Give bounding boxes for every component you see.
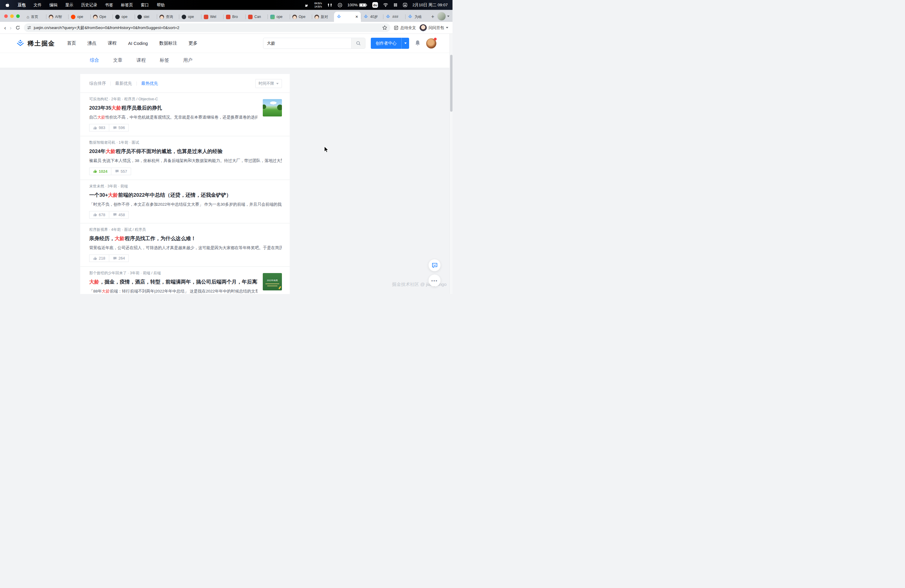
like-button[interactable]: 678 (89, 211, 109, 219)
result-title[interactable]: 亲身经历，大龄程序员找工作，为什么这么难！ (89, 235, 282, 242)
search-input[interactable] (264, 38, 351, 49)
browser-tab[interactable]: 新对 ✕ (312, 12, 334, 22)
app-grid-icon[interactable] (393, 3, 398, 7)
browser-tab[interactable]: 为啥 ✕ (405, 12, 427, 22)
reload-button[interactable] (15, 25, 21, 30)
browser-tab[interactable]: Can ✕ (245, 12, 268, 22)
nav-item-4[interactable]: AI Coding (128, 41, 148, 46)
search-button[interactable] (351, 38, 365, 49)
search-result-item[interactable]: 那个曾经的少年回来了 · 3年前 · 前端 / 后端 大龄，掘金，疫情，酒店，转… (80, 267, 290, 294)
sort-option[interactable]: 综合排序 (89, 81, 106, 86)
comment-button[interactable]: 596 (109, 124, 129, 132)
nav-item-3[interactable]: 课程 (108, 40, 117, 46)
browser-tab[interactable]: ope ✕ (68, 12, 90, 22)
menubar-item[interactable]: 历史记录 (81, 2, 97, 8)
time-filter-dropdown[interactable]: 时间不限 (255, 79, 282, 88)
tune-icon[interactable] (27, 25, 32, 30)
nav-item-6[interactable]: 更多 (189, 40, 197, 46)
browser-tab[interactable]: Ope ✕ (290, 12, 312, 22)
category-tab[interactable]: 课程 (137, 57, 146, 64)
notifications-bell-icon[interactable] (414, 40, 421, 47)
menubar-item[interactable]: 书签 (105, 2, 113, 8)
browser-tab[interactable]: 查询 ✕ (157, 12, 179, 22)
browser-tab[interactable]: ✕ (334, 12, 361, 22)
zoom-window-button[interactable] (16, 14, 20, 18)
result-title[interactable]: 2024年大龄程序员不得不面对的尴尬，也算是过来人的经验 (89, 148, 282, 155)
url-text[interactable]: juejin.cn/search?query=大龄&fromSeo=0&from… (34, 25, 380, 30)
play-status-icon[interactable] (338, 3, 342, 8)
browser-profile[interactable] (437, 12, 449, 21)
chevron-down-icon[interactable] (446, 27, 448, 29)
creator-dropdown[interactable] (401, 38, 409, 49)
comment-button[interactable]: 264 (109, 254, 129, 262)
browser-tab[interactable]: ope ✕ (268, 12, 290, 22)
search-result-item[interactable]: 数据智能老司机 · 1年前 · 面试 2024年大龄程序员不得不面对的尴尬，也算… (80, 136, 290, 180)
battery-status[interactable]: 100% (348, 3, 367, 7)
menubar-app-name[interactable]: 豆包 (17, 2, 26, 8)
search-result-item[interactable]: 可乐泡枸杞 · 2年前 · 程序员 / Objective-C 2023年35大… (80, 92, 290, 136)
browser-tab[interactable]: 40岁 ✕ (361, 12, 383, 22)
like-button[interactable]: 983 (89, 124, 109, 132)
page-scrollbar[interactable] (449, 34, 452, 294)
browser-tab[interactable]: ope ✕ (113, 12, 135, 22)
result-title[interactable]: 一个30+大龄前端的2022年中总结（还贷，还情，还我金铲铲） (89, 192, 282, 199)
summarize-button[interactable]: 总结全文 (394, 25, 416, 30)
cat-statusbar-icon[interactable] (304, 3, 309, 8)
menubar-item[interactable]: 编辑 (49, 2, 57, 8)
browser-tab[interactable]: Ope ✕ (90, 12, 113, 22)
tab-close-icon[interactable]: ✕ (355, 15, 358, 19)
nav-item-2[interactable]: 沸点 (87, 40, 96, 46)
category-tab[interactable]: 文章 (113, 57, 122, 64)
search-result-item[interactable]: 程序新视界 · 4年前 · 面试 / 程序员 亲身经历，大龄程序员找工作，为什么… (80, 223, 290, 267)
nav-item-1[interactable]: 首页 (67, 40, 76, 46)
back-button[interactable]: ‹ (4, 25, 6, 30)
comment-button[interactable]: 557 (111, 168, 131, 175)
comment-button[interactable]: 458 (109, 211, 129, 219)
nav-item-5[interactable]: 数据标注 (159, 40, 177, 46)
close-window-button[interactable] (4, 14, 8, 18)
juejin-logo[interactable]: 稀土掘金 (16, 39, 55, 48)
bookmark-star-icon[interactable] (382, 25, 387, 30)
creator-center-button[interactable]: 创作者中心 (371, 38, 409, 49)
category-tab[interactable]: 综合 (90, 57, 99, 64)
menubar-item[interactable]: 帮助 (157, 2, 165, 8)
category-tab[interactable]: 用户 (183, 57, 192, 64)
minimize-window-button[interactable] (10, 14, 14, 18)
result-title[interactable]: 2023年35大龄程序员最后的挣扎 (89, 105, 257, 111)
scrollbar-thumb[interactable] (450, 55, 452, 112)
result-thumbnail[interactable]: 2022年终秀 (263, 273, 282, 291)
apple-menu-icon[interactable] (5, 2, 10, 8)
sort-option[interactable]: 最新优先 (115, 81, 132, 86)
menubar-item[interactable]: 文件 (33, 2, 41, 8)
menubar-item[interactable]: 显示 (65, 2, 73, 8)
browser-tab[interactable]: AI智 ✕ (46, 12, 68, 22)
browser-tab[interactable]: stei ✕ (135, 12, 157, 22)
address-bar[interactable]: juejin.cn/search?query=大龄&fromSeo=0&from… (24, 23, 390, 32)
browser-tab[interactable]: ### ✕ (383, 12, 405, 22)
wifi-icon[interactable] (383, 3, 388, 7)
like-button[interactable]: 218 (89, 254, 109, 262)
new-tab-button[interactable]: + (428, 12, 437, 22)
network-speed[interactable]: 8KB/s 1KB/s (314, 2, 322, 8)
user-avatar[interactable] (426, 38, 437, 49)
result-thumbnail[interactable] (263, 99, 282, 116)
sort-option[interactable]: 最热优先 (141, 81, 158, 86)
browser-tab[interactable]: Bro ✕ (223, 12, 245, 22)
menubar-item[interactable]: 窗口 (141, 2, 149, 8)
ask-doubao-button[interactable]: 问问豆包 (419, 24, 448, 32)
menubar-item[interactable]: 标签页 (121, 2, 133, 8)
browser-tab[interactable]: Wel ✕ (201, 12, 223, 22)
airpods-icon[interactable] (327, 3, 332, 7)
more-actions-button[interactable]: ••• (429, 275, 441, 286)
category-tab[interactable]: 标签 (160, 57, 169, 64)
feedback-chat-button[interactable] (429, 259, 441, 271)
browser-tab[interactable]: ope ✕ (179, 12, 201, 22)
result-title[interactable]: 大龄，掘金，疫情，酒店，转型，前端满两年，搞公司后端两个月，年后离职 (89, 278, 257, 285)
search-result-item[interactable]: 末世未然 · 3年前 · 前端 一个30+大龄前端的2022年中总结（还贷，还情… (80, 180, 290, 223)
menubar-clock[interactable]: 2月10日 周二 09:07 (413, 2, 448, 8)
control-center-icon[interactable] (403, 3, 407, 7)
forward-button[interactable]: › (10, 25, 11, 30)
like-button[interactable]: 1024 (89, 168, 111, 175)
du-app-icon[interactable]: du (372, 2, 378, 8)
browser-tab[interactable]: ⌂ 首页 ✕ (24, 12, 46, 22)
